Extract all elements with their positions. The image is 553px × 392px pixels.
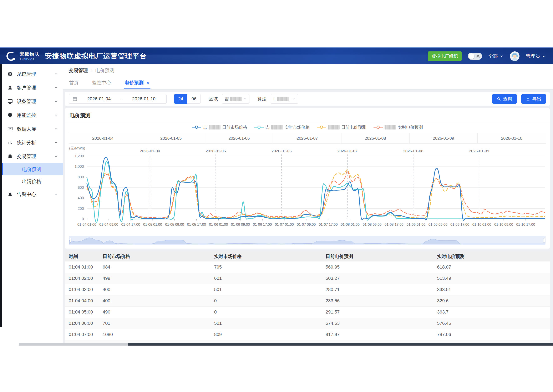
- sidebar-item-设备管理[interactable]: 设备管理: [2, 95, 63, 108]
- datazoom-handle-right[interactable]: [543, 238, 545, 243]
- sidebar-item-数据大屏[interactable]: 数据大屏: [2, 122, 63, 136]
- page: 安捷物联 ANJIE-IOT 安捷物联虚拟电厂运营管理平台 虚拟电厂组织 全部: [0, 0, 553, 392]
- sidebar-item-用能监控[interactable]: 用能监控: [2, 108, 63, 122]
- legend-item-实时市场价格[interactable]: 吉实时市场价格: [254, 125, 310, 130]
- table-cell: 817.97: [322, 329, 433, 340]
- table-cell: 503.27: [322, 273, 433, 284]
- vpp-org-button[interactable]: 虚拟电厂组织: [428, 51, 462, 61]
- chevron-down-icon: [292, 97, 295, 101]
- interval-24-button[interactable]: 24: [174, 94, 187, 104]
- header-actions: 虚拟电厂组织 全部: [428, 51, 553, 61]
- trade-icon: [7, 154, 13, 159]
- sidebar-item-统计分析[interactable]: 统计分析: [2, 136, 63, 149]
- table-cell: 01:04 02:00: [65, 273, 99, 284]
- algorithm-value: L: [273, 96, 276, 101]
- table-body: 01:04 01:00684795569.95618.0701:04 02:00…: [65, 261, 550, 340]
- forecast-chart-card: 电价预测 吉日前市场价格 吉实时市场价格 日前电价预测 实时电价预测 2026-…: [65, 108, 550, 249]
- column-header-实时电价预测: 实时电价预测: [433, 252, 550, 261]
- table-cell: 329.6: [433, 295, 550, 307]
- datazoom-slider[interactable]: [69, 236, 546, 245]
- sidebar-item-交易管理[interactable]: 交易管理: [2, 149, 63, 163]
- legend-prefix: 吉: [266, 125, 270, 130]
- energy-icon: [7, 113, 13, 118]
- theme-toggle[interactable]: [468, 53, 482, 60]
- avatar[interactable]: [510, 51, 519, 61]
- region-select[interactable]: 吉: [222, 94, 249, 104]
- sidebar-subitem-出清价格[interactable]: 出清价格: [2, 175, 63, 187]
- interval-96-button[interactable]: 96: [187, 94, 201, 104]
- query-button[interactable]: 查询: [492, 94, 517, 104]
- date-range-input[interactable]: 2026-01-04 - 2026-01-10: [69, 94, 167, 104]
- tab-首页[interactable]: 首页: [69, 79, 79, 89]
- gear-icon: [7, 71, 13, 77]
- svg-text:2026-01-06: 2026-01-06: [272, 149, 292, 153]
- table-cell: 569.95: [322, 261, 433, 273]
- date-end-value: 2026-01-10: [125, 96, 163, 102]
- chart-date-header: 2026-01-042026-01-052026-01-062026-01-07…: [69, 133, 546, 144]
- svg-text:800: 800: [78, 175, 84, 179]
- filter-bar: 2026-01-04 - 2026-01-10 24 96 区域 吉: [65, 92, 550, 106]
- algorithm-label: 算法: [257, 96, 266, 102]
- algorithm-select[interactable]: L: [271, 94, 298, 104]
- chevron-down-icon: [54, 141, 58, 145]
- chart-card-title: 电价预测: [65, 108, 550, 122]
- tabs-bar: 首页监控中心电价预测✕: [63, 77, 553, 90]
- breadcrumb-section[interactable]: 交易管理: [69, 67, 88, 74]
- export-button[interactable]: 导出: [521, 94, 546, 104]
- legend-label: 实时电价预测: [398, 125, 423, 130]
- chevron-down-icon: [54, 86, 58, 90]
- table-row: 01:04 06:00701501574.53576.45: [65, 318, 550, 329]
- table-cell: 01:04 03:00: [65, 284, 99, 295]
- interval-toggle: 24 96: [174, 94, 201, 104]
- sidebar-item-label: 客户管理: [17, 84, 36, 91]
- sidebar-item-label: 交易管理: [17, 153, 36, 160]
- chevron-down-icon: [54, 99, 58, 103]
- table-cell: 501: [210, 318, 322, 329]
- table-cell: 1080: [99, 329, 210, 340]
- svg-text:01-09 17:00: 01-09 17:00: [450, 223, 469, 226]
- content: 2026-01-04 - 2026-01-10 24 96 区域 吉: [63, 90, 553, 346]
- legend-item-实时电价预测[interactable]: 实时电价预测: [373, 125, 423, 130]
- tab-监控中心[interactable]: 监控中心: [92, 79, 111, 89]
- legend-item-日前电价预测[interactable]: 日前电价预测: [317, 125, 366, 130]
- sidebar-item-告警中心[interactable]: 告警中心: [2, 187, 63, 201]
- datazoom-handle-left[interactable]: [70, 238, 71, 243]
- svg-text:01-06 01:00: 01-06 01:00: [209, 223, 228, 226]
- scope-dropdown[interactable]: 全部: [488, 53, 504, 59]
- legend-label: 日前市场价格: [222, 125, 247, 130]
- table-row: 01:04 04:004000233.56329.6: [65, 295, 550, 307]
- tab-close-icon[interactable]: ✕: [146, 80, 150, 85]
- svg-text:(元/MWh): (元/MWh): [69, 146, 85, 150]
- table-cell: 01:04 07:00: [65, 329, 99, 340]
- sidebar-item-系统管理[interactable]: 系统管理: [2, 67, 63, 81]
- sidebar-subitem-电价预测[interactable]: 电价预测: [2, 163, 63, 175]
- table-row: 01:04 03:00400501280.71333.51: [65, 284, 550, 295]
- sun-icon: [476, 54, 480, 58]
- breadcrumb: 交易管理 › 电价预测: [63, 64, 553, 77]
- tab-电价预测[interactable]: 电价预测✕: [125, 79, 150, 89]
- user-menu[interactable]: 管理员: [526, 53, 546, 59]
- date-separator: -: [120, 96, 122, 102]
- region-label: 区域: [209, 96, 218, 102]
- table-cell: 363.7: [433, 307, 550, 318]
- svg-text:2026-01-04: 2026-01-04: [140, 149, 160, 153]
- svg-text:2026-01-05: 2026-01-05: [206, 149, 226, 153]
- sidebar-item-客户管理[interactable]: 客户管理: [2, 81, 63, 95]
- legend-redacted: [271, 125, 283, 129]
- table-cell: 684: [99, 261, 210, 273]
- table-cell: 291.57: [322, 307, 433, 318]
- avatar-image: [510, 51, 519, 61]
- chevron-down-icon: [54, 113, 58, 117]
- stats-icon: [7, 140, 13, 145]
- svg-text:01-09 01:00: 01-09 01:00: [406, 223, 425, 226]
- table-row: 01:04 02:00499601503.27513.49: [65, 273, 550, 284]
- sidebar-item-label: 用能监控: [17, 112, 36, 119]
- logo-text: 安捷物联 ANJIE-IOT: [20, 51, 40, 61]
- horizontal-scrollbar-thumb[interactable]: [128, 343, 553, 346]
- sidebar-item-label: 数据大屏: [17, 126, 36, 132]
- legend-item-日前市场价格[interactable]: 吉日前市场价格: [192, 125, 247, 130]
- horizontal-scrollbar-track[interactable]: [19, 343, 128, 346]
- legend-redacted: [209, 125, 220, 129]
- sidebar: 系统管理客户管理设备管理用能监控数据大屏统计分析交易管理电价预测出清价格告警中心: [2, 64, 63, 346]
- table-cell: 400: [99, 284, 210, 295]
